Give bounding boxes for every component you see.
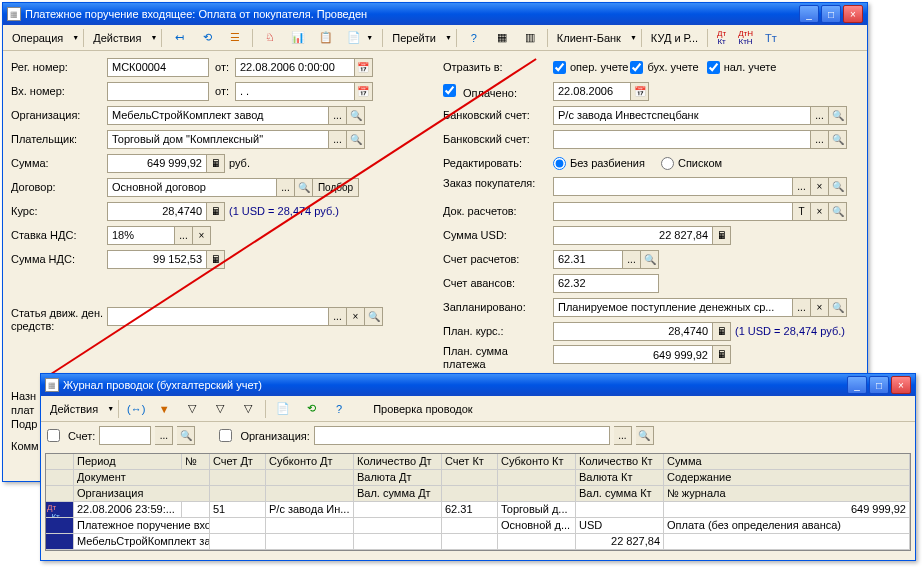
col-sum[interactable]: Сумма <box>664 454 910 469</box>
search-button[interactable]: 🔍 <box>829 177 847 196</box>
minimize-button[interactable]: _ <box>847 376 867 394</box>
org-filter-checkbox[interactable] <box>219 429 232 442</box>
select-button[interactable]: ... <box>329 307 347 326</box>
filter-b-button[interactable]: ▽ <box>179 399 205 419</box>
paid-date-field[interactable] <box>553 82 631 101</box>
layout-b-button[interactable]: ▥ <box>517 28 543 48</box>
search-button[interactable]: 🔍 <box>365 307 383 326</box>
col-content[interactable]: Содержание <box>664 470 910 485</box>
sum-usd-field[interactable] <box>553 226 713 245</box>
select-button[interactable]: ... <box>329 106 347 125</box>
col-cur-kt[interactable]: Валюта Кт <box>576 470 664 485</box>
plan-rate-field[interactable] <box>553 322 713 341</box>
acc-filter-field[interactable] <box>99 426 151 445</box>
clientbank-button[interactable]: Клиент-Банк <box>552 28 626 48</box>
operation-menu[interactable]: Операция <box>7 28 68 48</box>
kudr-button[interactable]: КУД и Р... <box>646 28 703 48</box>
col-doc[interactable]: Документ <box>74 470 210 485</box>
help-button[interactable]: ? <box>326 399 352 419</box>
plan-sum-field[interactable] <box>553 345 713 364</box>
select-button[interactable]: ... <box>614 426 632 445</box>
search-button[interactable]: 🔍 <box>295 178 313 197</box>
bank-acc2-field[interactable] <box>553 130 811 149</box>
copy-button[interactable]: 📋 <box>313 28 339 48</box>
t-button[interactable]: T <box>793 202 811 221</box>
no-split-radio[interactable] <box>553 157 566 170</box>
search-button[interactable]: 🔍 <box>829 202 847 221</box>
close-button[interactable]: × <box>891 376 911 394</box>
col-jrn-num[interactable]: № журнала <box>664 486 910 501</box>
refresh-button[interactable]: ⟲ <box>298 399 324 419</box>
contract-field[interactable] <box>107 178 277 197</box>
reg-num-field[interactable] <box>107 58 209 77</box>
goto-menu[interactable]: Перейти <box>387 28 441 48</box>
filter-c-button[interactable]: ▽ <box>207 399 233 419</box>
select-button[interactable]: ... <box>623 250 641 269</box>
refresh-button[interactable]: ⟲ <box>194 28 220 48</box>
search-button[interactable]: 🔍 <box>829 130 847 149</box>
col-valsum-kt[interactable]: Вал. сумма Кт <box>576 486 664 501</box>
acc-adv-field[interactable] <box>553 274 659 293</box>
calc-button[interactable]: 🖩 <box>713 322 731 341</box>
org-field[interactable] <box>107 106 329 125</box>
select-button[interactable]: ... <box>793 177 811 196</box>
help-button[interactable]: ? <box>461 28 487 48</box>
maximize-button[interactable]: □ <box>821 5 841 23</box>
acc-calc-field[interactable] <box>553 250 623 269</box>
list-button[interactable]: ☰ <box>222 28 248 48</box>
search-button[interactable]: 🔍 <box>347 106 365 125</box>
oper-uchet-checkbox[interactable] <box>553 61 566 74</box>
calendar-button[interactable]: 📅 <box>355 82 373 101</box>
vat-sum-field[interactable] <box>107 250 207 269</box>
select-button[interactable]: ... <box>277 178 295 197</box>
col-sub-dt[interactable]: Субконто Дт <box>266 454 354 469</box>
calendar-button[interactable]: 📅 <box>355 58 373 77</box>
search-button[interactable]: 🔍 <box>177 426 195 445</box>
select-button[interactable]: ... <box>155 426 173 445</box>
search-button[interactable]: 🔍 <box>829 298 847 317</box>
select-button[interactable]: ... <box>811 130 829 149</box>
search-button[interactable]: 🔍 <box>641 250 659 269</box>
planned-field[interactable] <box>553 298 793 317</box>
vat-rate-field[interactable] <box>107 226 175 245</box>
expand-button[interactable]: (↔) <box>123 399 149 419</box>
check-entries-button[interactable]: Проверка проводок <box>368 399 477 419</box>
in-date-field[interactable] <box>235 82 355 101</box>
minimize-button[interactable]: _ <box>799 5 819 23</box>
clear-button[interactable]: × <box>347 307 365 326</box>
bank-acc-field[interactable] <box>553 106 811 125</box>
select-button[interactable]: ... <box>793 298 811 317</box>
col-period[interactable]: Период <box>74 454 182 469</box>
clear-button[interactable]: × <box>811 177 829 196</box>
table-row[interactable]: МебельСтройКомплект завод 22 827,84 <box>46 534 910 550</box>
search-button[interactable]: 🔍 <box>636 426 654 445</box>
dtkt-button[interactable]: ДтКт <box>712 28 731 48</box>
actions-menu[interactable]: Действия <box>88 28 146 48</box>
col-org[interactable]: Организация <box>74 486 210 501</box>
select-button[interactable]: ... <box>175 226 193 245</box>
search-button[interactable]: 🔍 <box>829 106 847 125</box>
search-button[interactable]: 🔍 <box>347 130 365 149</box>
maximize-button[interactable]: □ <box>869 376 889 394</box>
col-qty-kt[interactable]: Количество Кт <box>576 454 664 469</box>
actions-menu[interactable]: Действия <box>45 399 103 419</box>
order-field[interactable] <box>553 177 793 196</box>
in-num-field[interactable] <box>107 82 209 101</box>
col-sub-kt[interactable]: Субконто Кт <box>498 454 576 469</box>
org-filter-field[interactable] <box>314 426 610 445</box>
close-button[interactable]: × <box>843 5 863 23</box>
payer-field[interactable] <box>107 130 329 149</box>
doc-calc-field[interactable] <box>553 202 793 221</box>
journal-titlebar[interactable]: ▦ Журнал проводок (бухгалтерский учет) _… <box>41 374 915 396</box>
acc-filter-checkbox[interactable] <box>47 429 60 442</box>
rate-field[interactable] <box>107 202 207 221</box>
col-acc-dt[interactable]: Счет Дт <box>210 454 266 469</box>
bukh-uchet-checkbox[interactable] <box>630 61 643 74</box>
col-qty-dt[interactable]: Количество Дт <box>354 454 442 469</box>
list-radio[interactable] <box>661 157 674 170</box>
paid-checkbox[interactable] <box>443 84 456 97</box>
clear-button[interactable]: × <box>811 202 829 221</box>
calendar-button[interactable]: 📅 <box>631 82 649 101</box>
sum-field[interactable] <box>107 154 207 173</box>
tool-b-button[interactable]: 📊 <box>285 28 311 48</box>
